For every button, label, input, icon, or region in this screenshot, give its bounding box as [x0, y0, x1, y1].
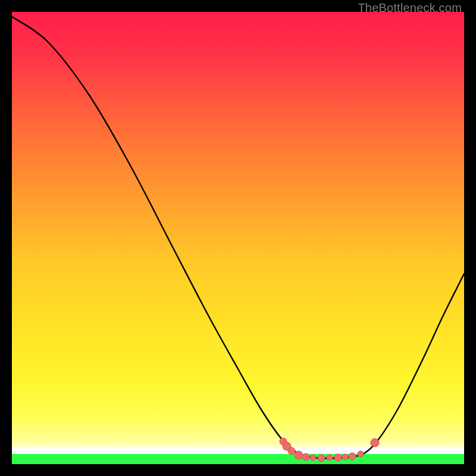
curve-marker [371, 439, 379, 447]
curve-marker [358, 451, 364, 457]
curve-marker [288, 447, 295, 455]
curve-marker [334, 454, 342, 461]
curve-marker [342, 454, 348, 460]
bottleneck-curve [12, 17, 464, 458]
curve-markers [280, 438, 379, 462]
chart-svg [12, 12, 464, 464]
curve-marker [327, 455, 333, 461]
curve-marker [302, 453, 309, 461]
curve-marker [349, 453, 356, 460]
curve-marker [310, 455, 316, 461]
curve-marker [318, 455, 325, 462]
curve-marker [295, 451, 303, 459]
